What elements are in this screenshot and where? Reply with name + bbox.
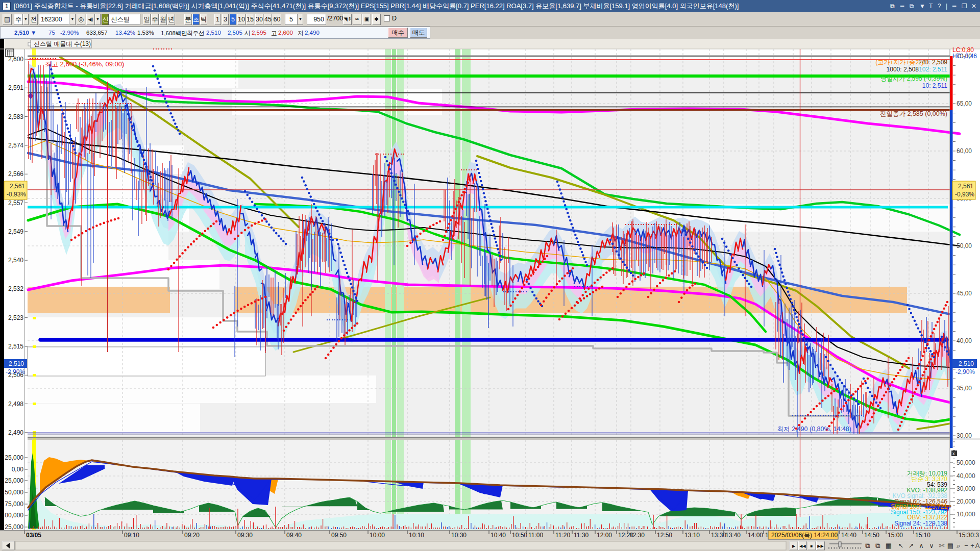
svg-text:15:30:3: 15:30:3 [959, 532, 979, 539]
svg-text:⧉: ⧉ [865, 542, 870, 549]
svg-text:▶▶: ▶▶ [817, 544, 824, 548]
svg-text:60,00: 60,00 [957, 147, 972, 155]
svg-text:15:00: 15:00 [888, 532, 903, 539]
svg-text:2,557: 2,557 [8, 199, 23, 207]
svg-text:25,000: 25,000 [5, 477, 23, 484]
svg-text:11:30: 11:30 [574, 532, 589, 539]
svg-text:09:30: 09:30 [237, 532, 253, 539]
svg-text:∨: ∨ [929, 542, 934, 549]
svg-text:09:50: 09:50 [331, 532, 347, 539]
svg-text:30,00: 30,00 [957, 432, 972, 439]
svg-text:⧉: ⧉ [875, 542, 880, 549]
svg-text:35,00: 35,00 [957, 385, 972, 392]
svg-text:10:30: 10:30 [451, 532, 467, 539]
svg-text:0,00: 0,00 [12, 466, 24, 473]
svg-text:신스틸 매물대 수(13): 신스틸 매물대 수(13) [34, 40, 91, 47]
svg-text:✄: ✄ [939, 542, 945, 549]
svg-text:▦: ▦ [886, 542, 892, 549]
svg-text:10: 2,511: 10: 2,511 [922, 82, 947, 89]
svg-text:x: x [952, 451, 955, 456]
svg-text:2,561: 2,561 [10, 183, 25, 190]
svg-text:11:20: 11:20 [555, 532, 570, 539]
svg-text:13:30: 13:30 [711, 532, 726, 539]
svg-text:50,000: 50,000 [5, 489, 23, 496]
svg-text:▶: ▶ [792, 544, 796, 548]
svg-text:75,000: 75,000 [5, 500, 23, 508]
svg-text:12:00: 12:00 [597, 532, 612, 539]
svg-text:최고 2,600 (-3,46%, 09:00): 최고 2,600 (-3,46%, 09:00) [45, 60, 124, 68]
svg-text:20,000: 20,000 [957, 498, 975, 505]
svg-text:25,000: 25,000 [5, 454, 23, 461]
svg-text:12:50: 12:50 [657, 532, 672, 539]
svg-text:10:10: 10:10 [409, 532, 424, 539]
svg-text:13:10: 13:10 [684, 532, 700, 539]
svg-text:11:00: 11:00 [528, 532, 543, 539]
svg-text:2,515: 2,515 [8, 343, 23, 350]
svg-text:∧: ∧ [919, 542, 924, 549]
svg-text:2,549: 2,549 [8, 228, 23, 235]
svg-text:40,000: 40,000 [957, 472, 975, 480]
svg-text:-0,93%: -0,93% [955, 191, 974, 198]
svg-text:03/05: 03/05 [26, 532, 41, 539]
svg-text:2,561: 2,561 [958, 183, 973, 190]
svg-text:2,574: 2,574 [8, 142, 23, 149]
svg-text:1000: 2,508: 1000: 2,508 [887, 66, 919, 73]
svg-text:10,000: 10,000 [957, 511, 975, 518]
svg-text:−: − [964, 542, 968, 549]
svg-text:10:00: 10:00 [370, 532, 385, 539]
svg-text:25,000: 25,000 [5, 523, 23, 531]
svg-text:당일시가 2,595 (-0,39%): 당일시가 2,595 (-0,39%) [880, 75, 947, 82]
svg-text:2,510: 2,510 [959, 360, 974, 367]
svg-text:2,498: 2,498 [8, 400, 23, 408]
svg-text:50,000: 50,000 [957, 459, 975, 466]
svg-text:13:40: 13:40 [725, 532, 741, 539]
svg-text:-2,90%: -2,90% [955, 368, 975, 375]
svg-text:240: 2,509: 240: 2,509 [918, 59, 947, 66]
svg-text:12:30: 12:30 [629, 532, 645, 539]
svg-text:2,566: 2,566 [8, 170, 23, 178]
svg-text:↗: ↗ [909, 542, 914, 549]
svg-text:2,583: 2,583 [8, 113, 23, 120]
svg-text:14:00: 14:00 [748, 532, 763, 539]
svg-text:09:40: 09:40 [286, 532, 302, 539]
svg-text:2025/03/06(목) 14:24:00: 2025/03/06(목) 14:24:00 [771, 532, 838, 539]
svg-text:00,000: 00,000 [5, 512, 23, 519]
svg-text:전일종가 2,585 (0,00%): 전일종가 2,585 (0,00%) [880, 110, 947, 117]
svg-text:09:10: 09:10 [124, 532, 139, 539]
svg-text:HC:-3,46: HC:-3,46 [952, 53, 977, 60]
svg-text:14:40: 14:40 [841, 532, 856, 539]
svg-text:2,510: 2,510 [9, 360, 24, 367]
svg-text:2,591: 2,591 [8, 84, 23, 91]
svg-text:102: 2,511: 102: 2,511 [919, 66, 947, 73]
svg-text:2,490: 2,490 [8, 429, 23, 436]
svg-text:↖: ↖ [898, 542, 904, 549]
svg-text:◀◀: ◀◀ [799, 544, 806, 548]
svg-text:최저 2,490 (0,80%, 14:48): 최저 2,490 (0,80%, 14:48) [777, 425, 851, 433]
svg-text:Signal 24: -129,138: Signal 24: -129,138 [894, 520, 947, 527]
svg-text:-2,90%: -2,90% [6, 368, 25, 375]
svg-text:10:40: 10:40 [491, 532, 506, 539]
svg-text:▤: ▤ [947, 542, 953, 549]
svg-text:⌕: ⌕ [957, 542, 960, 549]
svg-text:30,000: 30,000 [957, 485, 975, 492]
svg-text:14:50: 14:50 [864, 532, 879, 539]
svg-text:2,523: 2,523 [8, 314, 23, 321]
svg-text:15:10: 15:10 [915, 532, 930, 539]
svg-text:■: ■ [811, 544, 813, 548]
svg-text:65,00: 65,00 [957, 100, 972, 107]
svg-text:A: A [975, 542, 980, 549]
svg-text:45,00: 45,00 [957, 290, 972, 297]
svg-text:50,00: 50,00 [957, 242, 972, 249]
svg-text:09:20: 09:20 [184, 532, 200, 539]
svg-text:-0,93%: -0,93% [7, 191, 26, 198]
svg-text:+: + [970, 542, 974, 549]
svg-text:2,532: 2,532 [8, 285, 23, 292]
svg-text:10:50: 10:50 [512, 532, 527, 539]
svg-text:2,540: 2,540 [8, 257, 23, 264]
svg-text:40,00: 40,00 [957, 337, 972, 344]
